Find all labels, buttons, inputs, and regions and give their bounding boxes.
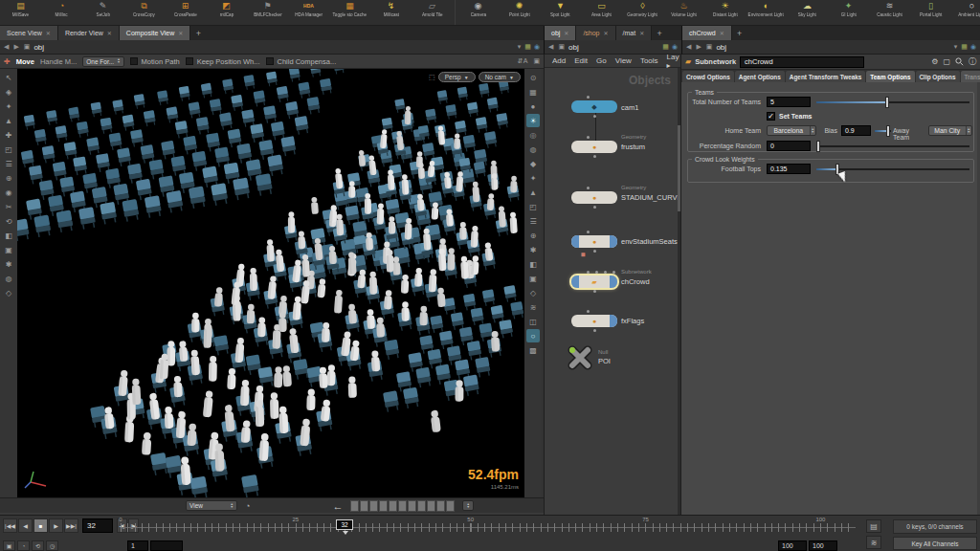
percentage-random-slider[interactable] <box>816 141 969 152</box>
node-output-dot[interactable] <box>593 206 596 209</box>
node-input-dot[interactable] <box>587 271 590 274</box>
frame-icon[interactable]: ▢ <box>943 57 950 66</box>
football-tops-field[interactable]: 0.135 <box>767 164 811 174</box>
display-options-bars[interactable] <box>350 500 455 512</box>
viewport-tool-icon-3[interactable]: ☀ <box>526 114 540 127</box>
link-icon[interactable]: ▦ <box>961 43 968 51</box>
shelf-tool-portal-light[interactable]: ▯Portal Light <box>910 0 951 25</box>
play-reverse-button[interactable]: ◀ <box>18 518 33 533</box>
param-tab-team-options[interactable]: Team Options <box>866 71 914 82</box>
shelf-tool-millicast[interactable]: ↯Millicast <box>370 0 412 25</box>
loop-toggle-icon[interactable]: ⟲ <box>32 540 44 551</box>
shelf-tool-area-light[interactable]: ▭Area Light <box>581 0 622 25</box>
network-node-cam1[interactable]: ◆ <box>571 100 617 113</box>
display-bar[interactable] <box>379 500 388 512</box>
shelf-tool-arnold-tile[interactable]: ▱Arnold Tile <box>412 0 453 25</box>
node-name-field[interactable]: chCrowd <box>740 56 864 68</box>
param-tab-agent-transform-tweaks[interactable]: Agent Transform Tweaks <box>786 71 866 82</box>
shelf-tool-bmlfchecker[interactable]: ⚑BMLFChecker <box>247 0 288 25</box>
range-handle-field[interactable] <box>150 540 183 551</box>
shelf-tool-crosspaste[interactable]: ⊞CrossPaste <box>165 0 206 25</box>
param-tab-crowd-options[interactable]: Crowd Options <box>682 71 734 82</box>
new-tab-button[interactable]: + <box>732 26 747 40</box>
viewport-tool-icon-19[interactable]: ▩ <box>526 343 540 357</box>
close-tab-icon[interactable]: ✕ <box>720 30 724 36</box>
node-input-dot[interactable] <box>587 231 590 233</box>
close-tab-icon[interactable]: ✕ <box>564 30 568 36</box>
display-bar[interactable] <box>360 500 368 512</box>
close-tab-icon[interactable]: ✕ <box>107 30 112 36</box>
network-menu-go[interactable]: Go <box>596 56 607 65</box>
param-tab-clip-options[interactable]: Clip Options <box>916 71 960 82</box>
node-input-dot[interactable] <box>612 271 615 274</box>
search-icon[interactable] <box>955 57 964 66</box>
bias-field[interactable]: 0.9 <box>841 125 871 136</box>
handle-mode-label[interactable]: Handle M... <box>40 57 77 66</box>
node-output-dot[interactable] <box>593 155 596 158</box>
node-input-dot[interactable] <box>587 96 590 99</box>
new-tab-button[interactable]: + <box>652 26 667 40</box>
viewport-tool-icon-2[interactable]: ✦ <box>2 99 15 113</box>
close-tab-icon[interactable]: ✕ <box>178 30 183 36</box>
node-flag-left[interactable] <box>571 235 579 248</box>
pin-icon[interactable]: ◉ <box>672 43 678 51</box>
keys-channels-button[interactable]: 0 keys, 0/0 channels <box>893 519 977 534</box>
scoped-channels-icon[interactable]: ▤ <box>866 519 881 533</box>
node-flag-right[interactable] <box>610 315 617 327</box>
path-value[interactable]: obj <box>716 43 726 52</box>
forward-arrow-icon[interactable]: ▶ <box>13 43 19 51</box>
shelf-tool-crosscopy[interactable]: ⧉CrossCopy <box>123 0 165 25</box>
viewport-3d-scene[interactable]: ⬚ Persp▼ No cam▼ 52.4fpm 1145.21ms <box>17 69 524 497</box>
link-icon[interactable]: ▦ <box>662 43 669 51</box>
playhead[interactable]: 32 <box>336 519 353 530</box>
network-node-STADIUM_CURVES_IN[interactable]: ● <box>571 191 617 204</box>
clock-icon[interactable]: ◷ <box>46 540 58 551</box>
audio-toggle-icon[interactable]: ◔ <box>17 540 30 551</box>
viewport-tool-icon-0[interactable]: ↖ <box>2 71 15 84</box>
network-menu-view[interactable]: View <box>615 56 632 65</box>
viewport-tool-icon-15[interactable]: ◇ <box>526 286 540 299</box>
shelf-tool-geometry-light[interactable]: ◊Geometry Light <box>622 0 663 25</box>
node-flag-right[interactable] <box>610 276 617 288</box>
viewport-tool-icon-10[interactable]: ☰ <box>526 214 540 228</box>
shading-icon[interactable]: ◔ <box>245 501 250 511</box>
display-bar[interactable] <box>369 500 378 512</box>
viewport-tool-icon-7[interactable]: ⊕ <box>2 171 15 185</box>
node-input-dot[interactable] <box>604 271 607 274</box>
total-teams-field[interactable]: 5 <box>767 97 811 107</box>
viewport-tool-icon-17[interactable]: ◫ <box>526 315 540 328</box>
viewport-tool-icon-4[interactable]: ✚ <box>2 128 15 142</box>
viewport-tool-icon-15[interactable]: ◇ <box>2 286 15 299</box>
viewport-tool-icon-13[interactable]: ✱ <box>2 257 15 271</box>
display-bar[interactable] <box>398 500 407 512</box>
close-tab-icon[interactable]: ✕ <box>604 30 609 36</box>
tab-sceneview[interactable]: Scene View✕ <box>0 26 58 40</box>
viewport-tool-icon-1[interactable]: ◈ <box>2 85 15 99</box>
shelf-tool-toggle-sto-cache[interactable]: ▦Toggle sto Cache <box>329 0 370 25</box>
viewport-tool-icon-12[interactable]: ✱ <box>526 243 540 256</box>
range-start-field[interactable]: 1 <box>127 540 148 551</box>
child-compensation-checkbox[interactable]: Child Compensa... <box>266 57 337 66</box>
viewport-tool-icon-14[interactable]: ▣ <box>526 272 540 285</box>
node-output-dot[interactable] <box>593 250 596 253</box>
current-frame-field[interactable]: 32 <box>82 518 113 533</box>
network-node-envStadiumSeats[interactable]: ● <box>571 235 617 248</box>
display-bar[interactable] <box>417 500 426 512</box>
network-menu-edit[interactable]: Edit <box>574 56 588 65</box>
tab-mat[interactable]: /mat✕ <box>616 26 653 40</box>
viewport-tool-icon-1[interactable]: ▦ <box>526 85 540 99</box>
viewport-tool-icon-4[interactable]: ◎ <box>526 128 540 142</box>
shelf-tool-caustic-light[interactable]: ≋Caustic Light <box>869 0 910 25</box>
handle-preset-dropdown[interactable]: One For... ▲▼ <box>82 56 123 67</box>
network-editor-pane[interactable]: AddEditGoViewToolsLay ▸ Objects ◆cam1●Ge… <box>544 55 681 515</box>
viewport-tool-icon-11[interactable]: ◧ <box>2 229 15 242</box>
viewport-tool-icon-10[interactable]: ⟲ <box>2 214 15 228</box>
range-end-field[interactable]: 100 <box>778 540 807 551</box>
shelf-tool-ambient-light[interactable]: ○Ambient Light <box>951 0 980 25</box>
timeline-ruler[interactable]: 0255075100 32 <box>121 518 856 536</box>
display-bar[interactable] <box>408 500 416 512</box>
network-node-frustum[interactable]: ● <box>571 141 617 153</box>
viewport-tool-icon-9[interactable]: ◰ <box>526 200 540 213</box>
tab-shop[interactable]: /shop✕ <box>576 26 615 40</box>
network-node-fxFlags[interactable]: ● <box>571 315 617 327</box>
